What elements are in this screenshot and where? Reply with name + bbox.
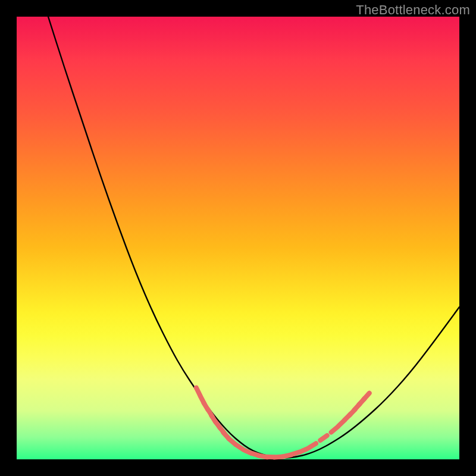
trough-marker [309, 443, 316, 447]
trough-marker-group [196, 388, 369, 458]
chart-frame: TheBottleneck.com [0, 0, 476, 476]
trough-marker [331, 427, 338, 433]
trough-marker [364, 393, 369, 399]
curve-layer [17, 17, 459, 459]
watermark-text: TheBottleneck.com [356, 2, 470, 18]
trough-marker [320, 436, 327, 440]
trough-marker [236, 444, 243, 449]
bottleneck-curve [48, 17, 459, 458]
trough-marker [300, 449, 308, 452]
